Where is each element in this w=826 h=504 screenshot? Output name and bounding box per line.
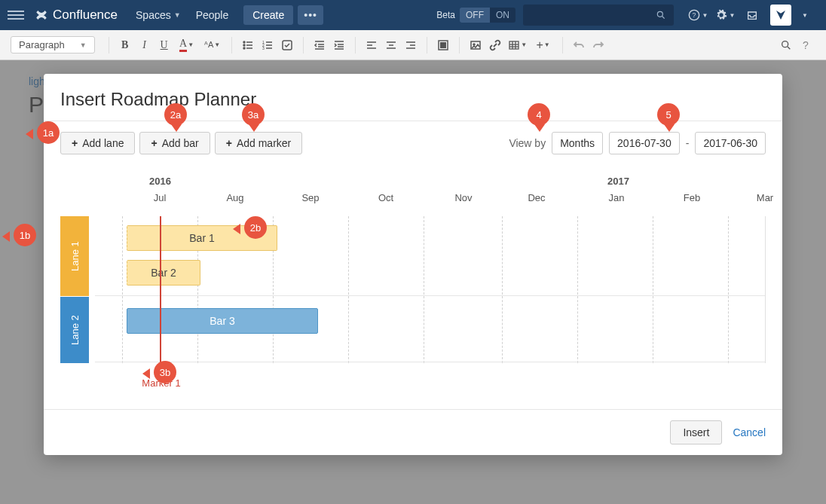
month-sep: Sep bbox=[301, 192, 319, 203]
app-header: Confluence Spaces ▼ People Create ••• Be… bbox=[0, 0, 826, 30]
date-separator: - bbox=[686, 137, 690, 149]
marker-1-line[interactable] bbox=[160, 216, 161, 374]
month-feb: Feb bbox=[684, 192, 700, 203]
tray-icon[interactable] bbox=[742, 9, 763, 21]
search-input[interactable] bbox=[523, 5, 674, 26]
bar-2[interactable]: Bar 2 bbox=[127, 260, 200, 286]
nav-spaces[interactable]: Spaces ▼ bbox=[136, 9, 181, 21]
beta-off[interactable]: OFF bbox=[460, 8, 490, 23]
svg-point-4 bbox=[243, 41, 245, 43]
bar-3[interactable]: Bar 3 bbox=[127, 308, 318, 334]
year-2017: 2017 bbox=[607, 176, 629, 187]
align-right-button[interactable] bbox=[401, 35, 421, 55]
confluence-icon bbox=[35, 8, 48, 22]
end-date-input[interactable]: 2017-06-30 bbox=[695, 132, 766, 154]
nav-people[interactable]: People bbox=[196, 9, 229, 21]
text-color-button[interactable]: A▼ bbox=[174, 35, 200, 55]
svg-line-44 bbox=[788, 47, 790, 49]
create-button[interactable]: Create bbox=[243, 5, 293, 25]
underline-button[interactable]: U bbox=[154, 35, 174, 55]
bullet-list-button[interactable] bbox=[238, 35, 258, 55]
insert-image-button[interactable] bbox=[466, 35, 485, 55]
month-jan: Jan bbox=[609, 192, 625, 203]
hamburger-icon[interactable] bbox=[8, 7, 24, 23]
gear-icon[interactable]: ▼ bbox=[714, 9, 736, 21]
nav-people-label: People bbox=[196, 9, 229, 21]
chevron-down-icon: ▼ bbox=[702, 12, 708, 19]
indent-button[interactable] bbox=[329, 35, 349, 55]
plus-icon: + bbox=[226, 137, 232, 149]
month-dec: Dec bbox=[528, 192, 545, 203]
lane-1-tab[interactable]: Lane 1 bbox=[60, 216, 89, 296]
roadmap-modal: Insert Roadmap Planner +Add lane +Add ba… bbox=[44, 74, 782, 455]
svg-point-37 bbox=[473, 44, 475, 45]
more-format-button[interactable]: ᴬA▼ bbox=[200, 35, 225, 55]
svg-text:3: 3 bbox=[262, 46, 265, 50]
app-switcher-icon[interactable] bbox=[770, 5, 791, 26]
more-button[interactable]: ••• bbox=[298, 5, 323, 25]
search-icon bbox=[656, 10, 666, 20]
lane-2-tab[interactable]: Lane 2 bbox=[60, 297, 89, 363]
add-marker-button[interactable]: +Add marker bbox=[215, 132, 303, 154]
timeline: 2016 2017 Jul Aug Sep Oct Nov Dec Jan Fe… bbox=[60, 176, 766, 363]
bar-1[interactable]: Bar 1 bbox=[127, 225, 277, 251]
task-list-button[interactable] bbox=[277, 35, 297, 55]
outdent-button[interactable] bbox=[310, 35, 329, 55]
add-lane-button[interactable]: +Add lane bbox=[60, 132, 135, 154]
svg-text:?: ? bbox=[692, 11, 696, 19]
svg-rect-38 bbox=[509, 41, 519, 49]
redo-button[interactable] bbox=[589, 35, 608, 55]
add-marker-label: Add marker bbox=[237, 137, 291, 149]
insert-button[interactable]: Insert bbox=[670, 420, 722, 444]
bold-button[interactable]: B bbox=[115, 35, 135, 55]
beta-on[interactable]: ON bbox=[490, 8, 515, 23]
align-left-button[interactable] bbox=[362, 35, 381, 55]
chevron-down-icon: ▼ bbox=[80, 41, 87, 49]
modal-title: Insert Roadmap Planner bbox=[44, 74, 782, 121]
page-layout-button[interactable] bbox=[433, 35, 453, 55]
italic-button[interactable]: I bbox=[135, 35, 154, 55]
add-lane-label: Add lane bbox=[82, 137, 124, 149]
find-button[interactable] bbox=[776, 35, 796, 55]
add-bar-label: Add bar bbox=[162, 137, 199, 149]
paragraph-style-label: Paragraph bbox=[19, 39, 65, 50]
plus-icon: + bbox=[72, 137, 78, 149]
svg-point-8 bbox=[243, 47, 245, 49]
paragraph-style-select[interactable]: Paragraph ▼ bbox=[11, 36, 95, 53]
beta-label: Beta bbox=[436, 10, 455, 20]
beta-toggle[interactable]: Beta OFF ON bbox=[436, 8, 515, 23]
editor-help-button[interactable]: ? bbox=[796, 35, 815, 55]
month-nov: Nov bbox=[454, 192, 472, 203]
month-jul: Jul bbox=[154, 192, 167, 203]
modal-controls: +Add lane +Add bar +Add marker View by M… bbox=[60, 132, 766, 154]
number-list-button[interactable]: 123 bbox=[258, 35, 277, 55]
align-center-button[interactable] bbox=[381, 35, 401, 55]
chevron-down-icon: ▼ bbox=[174, 11, 181, 19]
svg-point-6 bbox=[243, 44, 245, 46]
start-date-input[interactable]: 2016-07-30 bbox=[609, 132, 680, 154]
viewby-label: View by bbox=[509, 137, 546, 149]
undo-button[interactable] bbox=[569, 35, 589, 55]
editor-toolbar: Paragraph ▼ B I U A▼ ᴬA▼ 123 ▼ +▼ ? bbox=[0, 30, 826, 60]
brand[interactable]: Confluence bbox=[35, 8, 118, 23]
plus-icon: + bbox=[151, 137, 157, 149]
brand-label: Confluence bbox=[53, 8, 118, 23]
month-aug: Aug bbox=[226, 192, 243, 203]
help-icon[interactable]: ? ▼ bbox=[687, 9, 708, 21]
insert-link-button[interactable] bbox=[485, 35, 505, 55]
year-2016: 2016 bbox=[149, 176, 171, 187]
marker-1-label[interactable]: Marker 1 bbox=[142, 377, 180, 389]
insert-more-button[interactable]: +▼ bbox=[531, 35, 556, 55]
modal-footer: Insert Cancel bbox=[44, 409, 782, 455]
add-bar-button[interactable]: +Add bar bbox=[139, 132, 210, 154]
timeline-body[interactable]: Bar 1 Bar 2 Bar 3 bbox=[95, 216, 766, 363]
month-mar: Mar bbox=[757, 192, 773, 203]
viewby-select[interactable]: Months bbox=[552, 132, 603, 154]
cancel-button[interactable]: Cancel bbox=[733, 426, 766, 438]
svg-point-43 bbox=[782, 41, 788, 47]
profile-chevron[interactable]: ▼ bbox=[794, 12, 815, 19]
insert-table-button[interactable]: ▼ bbox=[505, 35, 531, 55]
lane-2-area[interactable]: Bar 3 bbox=[95, 296, 765, 362]
svg-rect-35 bbox=[440, 42, 446, 48]
lane-1-area[interactable]: Bar 1 Bar 2 bbox=[95, 216, 765, 296]
